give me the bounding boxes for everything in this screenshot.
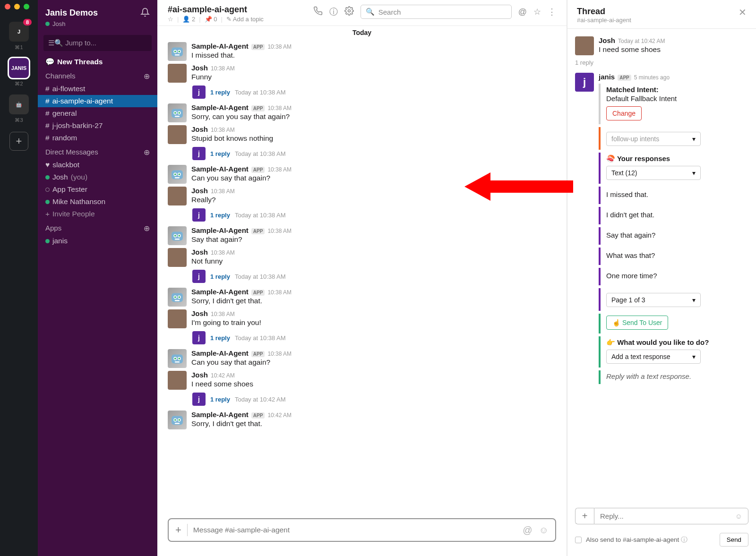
avatar[interactable] xyxy=(168,371,187,390)
response-item[interactable]: I missed that. xyxy=(599,187,738,204)
thread-reply-link[interactable]: j1 replyToday at 10:38 AM xyxy=(182,331,567,344)
thread-reply-link[interactable]: j1 replyToday at 10:38 AM xyxy=(182,208,567,222)
pins-count[interactable]: 📌 0 xyxy=(205,16,217,23)
message-sender[interactable]: Josh xyxy=(191,187,208,195)
thread-reply-link[interactable]: j1 replyToday at 10:38 AM xyxy=(182,270,567,283)
response-item[interactable]: I didn't get that. xyxy=(599,207,738,224)
thread-reply-link[interactable]: j1 replyToday at 10:38 AM xyxy=(182,147,567,160)
search-input[interactable]: 🔍 Search xyxy=(361,5,512,19)
message-row[interactable]: Sample-AI-AgentAPP10:38 AMCan you say th… xyxy=(157,347,567,369)
apps-header[interactable]: Apps xyxy=(45,224,61,233)
mention-button[interactable]: @ xyxy=(523,525,532,536)
followup-select[interactable]: follow-up intents ▾ xyxy=(606,132,701,146)
mentions-icon[interactable]: @ xyxy=(518,7,527,17)
message-row[interactable]: Sample-AI-AgentAPP10:42 AMSorry, I didn'… xyxy=(157,409,567,430)
also-send-checkbox[interactable] xyxy=(575,537,582,543)
workspace-title[interactable]: Janis Demos xyxy=(45,8,98,18)
members-count[interactable]: 👤 2 xyxy=(182,16,195,23)
message-row[interactable]: Josh10:38 AMStupid bot knows nothing xyxy=(157,123,567,145)
star-icon[interactable]: ☆ xyxy=(168,16,173,23)
channel-item[interactable]: #ai-sample-ai-agent xyxy=(38,95,157,107)
thread-root-sender[interactable]: Josh xyxy=(599,36,615,44)
thread-reply-link[interactable]: j1 replyToday at 10:42 AM xyxy=(182,393,567,406)
maximize-window[interactable] xyxy=(24,4,29,9)
notifications-icon[interactable] xyxy=(140,8,150,18)
minimize-window[interactable] xyxy=(14,4,20,9)
add-workspace-button[interactable]: + xyxy=(9,132,28,151)
avatar[interactable] xyxy=(168,288,187,307)
thread-attach-button[interactable]: + xyxy=(575,508,594,524)
message-sender[interactable]: Sample-AI-Agent xyxy=(191,349,249,357)
message-sender[interactable]: Sample-AI-Agent xyxy=(191,165,249,173)
message-sender[interactable]: Sample-AI-Agent xyxy=(191,411,249,419)
avatar[interactable] xyxy=(168,103,187,122)
avatar[interactable] xyxy=(168,125,187,144)
message-row[interactable]: Josh10:38 AMI'm going to train you! xyxy=(157,308,567,329)
message-sender[interactable]: Sample-AI-Agent xyxy=(191,226,249,234)
response-item[interactable]: One more time? xyxy=(599,268,738,285)
emoji-button[interactable]: ☺ xyxy=(735,512,742,520)
avatar[interactable] xyxy=(168,309,187,328)
message-row[interactable]: Sample-AI-AgentAPP10:38 AMSorry, I didn'… xyxy=(157,286,567,308)
message-row[interactable]: Sample-AI-AgentAPP10:38 AMSorry, can you… xyxy=(157,102,567,123)
avatar[interactable] xyxy=(168,187,187,205)
message-sender[interactable]: Sample-AI-Agent xyxy=(191,288,249,296)
message-row[interactable]: Josh10:38 AMFunny xyxy=(157,62,567,84)
avatar[interactable]: j xyxy=(575,73,594,92)
message-row[interactable]: Josh10:38 AMNot funny xyxy=(157,246,567,268)
message-sender[interactable]: Josh xyxy=(191,371,208,379)
info-icon[interactable]: ⓘ xyxy=(329,6,338,17)
avatar[interactable] xyxy=(168,248,187,267)
message-row[interactable]: Sample-AI-AgentAPP10:38 AMCan you say th… xyxy=(157,163,567,185)
more-icon[interactable]: ⋮ xyxy=(548,7,556,17)
send-button[interactable]: Send xyxy=(720,533,748,547)
message-row[interactable]: Josh10:38 AMReally? xyxy=(157,185,567,206)
emoji-button[interactable]: ☺ xyxy=(539,525,549,536)
stars-icon[interactable]: ☆ xyxy=(533,7,541,17)
message-sender[interactable]: Josh xyxy=(191,248,208,256)
message-sender[interactable]: Josh xyxy=(191,64,208,72)
add-dm-button[interactable]: ⊕ xyxy=(144,148,150,157)
thread-reply-input[interactable] xyxy=(600,512,730,520)
dm-item[interactable]: Mike Nathanson xyxy=(38,196,157,208)
avatar[interactable] xyxy=(168,165,187,184)
dm-item[interactable]: ♥slackbot xyxy=(38,159,157,171)
message-row[interactable]: Sample-AI-AgentAPP10:38 AMSay that again… xyxy=(157,224,567,246)
avatar[interactable] xyxy=(168,64,187,83)
channels-header[interactable]: Channels xyxy=(45,72,75,81)
add-app-button[interactable]: ⊕ xyxy=(144,224,150,233)
message-composer[interactable]: + @ ☺ xyxy=(168,518,556,542)
send-to-user-button[interactable]: ☝️ Send To User xyxy=(606,316,668,330)
thread-reply-link[interactable]: j1 replyToday at 10:38 AM xyxy=(182,86,567,99)
jump-to-input[interactable]: ☰🔍 Jump to... xyxy=(43,35,152,51)
dm-item[interactable]: App Tester xyxy=(38,183,157,196)
app-item[interactable]: janis xyxy=(38,235,157,247)
change-button[interactable]: Change xyxy=(606,106,642,120)
close-thread-button[interactable]: ✕ xyxy=(739,7,747,24)
invite-people[interactable]: +Invite People xyxy=(38,208,157,220)
response-item[interactable]: What was that? xyxy=(599,248,738,265)
channel-name[interactable]: #ai-sample-ai-agent xyxy=(168,5,264,15)
page-select[interactable]: Page 1 of 3 ▾ xyxy=(606,293,701,307)
phone-icon[interactable] xyxy=(313,6,323,18)
message-sender[interactable]: Sample-AI-Agent xyxy=(191,103,249,111)
attach-button[interactable]: + xyxy=(175,524,188,536)
avatar[interactable] xyxy=(168,349,187,368)
message-sender[interactable]: Sample-AI-Agent xyxy=(191,42,249,50)
workspace-icon-3[interactable]: 🤖 xyxy=(9,94,29,114)
dm-item[interactable]: Josh (you) xyxy=(38,171,157,183)
workspace-icon-1[interactable]: J xyxy=(9,22,29,42)
action-select[interactable]: Add a text response ▾ xyxy=(606,350,701,364)
avatar[interactable] xyxy=(168,411,187,429)
channel-item[interactable]: #random xyxy=(38,132,157,144)
dm-header[interactable]: Direct Messages xyxy=(45,148,98,157)
settings-icon[interactable] xyxy=(344,6,354,18)
help-icon[interactable]: ⓘ xyxy=(681,536,687,543)
channel-item[interactable]: #general xyxy=(38,107,157,120)
close-window[interactable] xyxy=(5,4,10,9)
responses-type-select[interactable]: Text (12) ▾ xyxy=(606,166,701,180)
avatar[interactable] xyxy=(168,226,187,245)
channel-item[interactable]: #ai-flowtest xyxy=(38,83,157,95)
message-list[interactable]: Sample-AI-AgentAPP10:38 AMI missed that.… xyxy=(157,38,567,513)
janis-sender[interactable]: janis xyxy=(599,73,615,81)
